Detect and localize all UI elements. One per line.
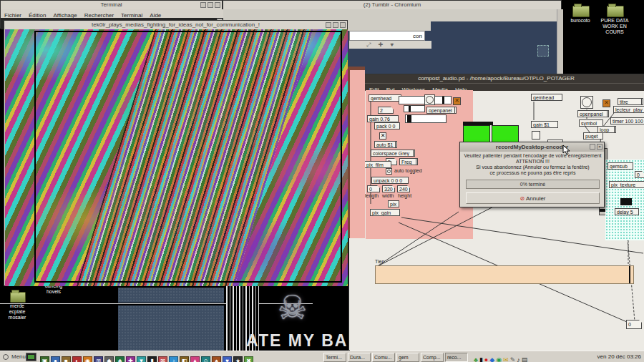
dialog-titlebar[interactable]: recordMyDesktop-encoder ×: [460, 142, 604, 152]
hand-icon[interactable]: ♠: [212, 356, 221, 362]
folder-merde-icon[interactable]: [10, 292, 26, 303]
green-meter-1[interactable]: [463, 125, 490, 143]
pd-number-edge[interactable]: 0: [635, 171, 644, 178]
record-dot-icon[interactable]: ●: [484, 356, 488, 362]
disc-icon[interactable]: ☺: [201, 356, 210, 362]
task-compost[interactable]: Comp...: [421, 353, 444, 362]
pd-hslider-2[interactable]: [404, 105, 425, 112]
taskbar-menu-label[interactable]: Menu: [11, 352, 26, 362]
heart-icon[interactable]: ♥: [391, 41, 394, 48]
pd-object-gemhead-pink[interactable]: gemhead: [369, 94, 401, 102]
task-record[interactable]: reco...: [445, 353, 468, 362]
key-icon[interactable]: ✖: [244, 356, 253, 362]
folder-merde-label[interactable]: merde ecplate mosaler: [1, 303, 33, 321]
firefox-icon[interactable]: ◉: [83, 356, 92, 362]
pd-object-pix-small[interactable]: pix: [388, 200, 399, 207]
mail-icon[interactable]: ✉: [158, 356, 167, 362]
flask-icon[interactable]: ▲: [190, 356, 200, 362]
task-comu[interactable]: Comu...: [372, 353, 395, 362]
pd-object-pix-texture[interactable]: pix_texture: [609, 181, 644, 188]
pd-object-gemhead-right[interactable]: gemhead: [531, 94, 562, 101]
pd-number-height[interactable]: 240: [397, 185, 410, 192]
frog-icon[interactable]: ♣: [474, 356, 478, 362]
clock-icon[interactable]: ◐: [72, 356, 82, 362]
screenshot-tile[interactable]: [26, 353, 36, 361]
pd-object-puget[interactable]: puget: [583, 132, 603, 140]
pd-toggle-orange[interactable]: ✕: [453, 97, 461, 105]
monitor-icon[interactable]: ★: [233, 356, 243, 362]
image-window-titlebar[interactable]: tek0lr_plays_medias_fighting_for_ideas_n…: [4, 21, 347, 29]
folder-puredata-label[interactable]: PURE DATA WORK EN COURS: [595, 18, 635, 35]
fullscreen-icon[interactable]: ⤢: [366, 41, 371, 48]
pd-hslider-3[interactable]: [405, 114, 447, 123]
terminal-min-icon[interactable]: [200, 2, 206, 8]
browser-icon[interactable]: ●: [51, 356, 60, 362]
pd-object-pix-film[interactable]: pix_film: [364, 161, 391, 168]
pd-toggle-right[interactable]: [532, 131, 540, 140]
draw-icon[interactable]: ✚: [126, 356, 135, 362]
pd-message-loop[interactable]: loop: [597, 126, 616, 133]
cancel-button[interactable]: ⊘ Annuler: [466, 192, 600, 204]
pd-number-width[interactable]: 320: [382, 185, 395, 192]
task-gem[interactable]: gem: [396, 353, 419, 362]
image-close-icon[interactable]: [340, 22, 346, 28]
task-dura[interactable]: Dura...: [348, 353, 371, 362]
pd-message-colorspace[interactable]: colorspace Grey: [371, 150, 415, 157]
folder-puredata-icon[interactable]: [607, 6, 624, 17]
gimp-icon[interactable]: ◆: [104, 356, 114, 362]
image-min-icon[interactable]: [326, 22, 331, 28]
pd-object-gain1[interactable]: gain $1: [531, 121, 558, 128]
files-icon[interactable]: ■: [62, 356, 71, 362]
chromium-titlebar[interactable]: (2) Tumblr - Chromium: [223, 1, 561, 9]
screenshot-icon[interactable]: ▣: [40, 356, 49, 362]
add-icon[interactable]: ✚: [379, 41, 384, 48]
keyboard-icon[interactable]: ▤: [522, 356, 528, 362]
show-desktop-icon[interactable]: [3, 354, 9, 360]
shield-green-icon[interactable]: ◉: [496, 356, 502, 362]
folder-burocoto-label[interactable]: burocoto: [565, 18, 596, 24]
dialog-shade-icon[interactable]: [590, 144, 595, 150]
pd-message-openpanel-right[interactable]: openpanel: [577, 110, 609, 117]
pd-bang-big-right[interactable]: [580, 96, 593, 109]
pd-message-freq[interactable]: Freq: [399, 158, 418, 165]
leaf-icon[interactable]: ♣: [115, 356, 125, 362]
pd-object-unpack[interactable]: unpack 0 0 0: [371, 177, 409, 184]
terminal-titlebar[interactable]: Terminal: [1, 1, 222, 9]
shield-blue-icon[interactable]: ◆: [489, 356, 494, 362]
pd-number-length[interactable]: 0: [367, 185, 380, 192]
folder-burocoto-icon[interactable]: [572, 6, 590, 17]
volume-icon[interactable]: ♪: [517, 356, 520, 362]
task-terminal[interactable]: Termi...: [323, 353, 346, 362]
pencil-icon[interactable]: ✎: [510, 356, 516, 362]
pd-object-gemsub[interactable]: gemsub: [608, 162, 633, 170]
cube-icon[interactable]: ◧: [180, 356, 189, 362]
pd-toggle[interactable]: ✕: [379, 132, 386, 140]
pd-message-titre[interactable]: titre: [618, 98, 643, 105]
terminal-max-icon[interactable]: [208, 2, 213, 8]
pd-bang-big-pink[interactable]: [424, 94, 435, 105]
chromium-scrollbar[interactable]: [557, 9, 563, 75]
screen-icon[interactable]: ▮: [479, 356, 483, 362]
camera-icon[interactable]: ▼: [137, 356, 146, 362]
pd-message-auto[interactable]: auto $1: [374, 141, 397, 148]
green-meter-2[interactable]: [492, 125, 519, 143]
terminal-close-icon[interactable]: [215, 2, 220, 8]
terminal-icon[interactable]: ▮: [147, 356, 157, 362]
printer-icon[interactable]: ♥: [223, 356, 232, 362]
pd-object-lecteur[interactable]: lecteur_play: [613, 106, 644, 113]
pd-object-gain[interactable]: gain 0.76: [367, 115, 399, 122]
address-bar[interactable]: con: [349, 31, 425, 41]
dialog-close-icon[interactable]: ×: [597, 144, 602, 150]
black-canvas-object[interactable]: [620, 198, 632, 205]
pd-titlebar[interactable]: compost_audio.pd - /home/apock/Bureau/OT…: [349, 74, 643, 83]
pd-object-pack[interactable]: pack 0 0: [374, 122, 400, 129]
pd-number-box[interactable]: 2: [378, 107, 394, 114]
pd-object-delay[interactable]: delay 5: [615, 208, 639, 215]
pd-number-bottom-right[interactable]: 0: [626, 320, 642, 329]
pd-bang[interactable]: [386, 168, 392, 175]
page-avatar[interactable]: [537, 45, 549, 57]
pd-object-pix-gain[interactable]: pix_gain: [370, 209, 400, 216]
mail-tray-icon[interactable]: ✉: [503, 356, 509, 362]
image-max-icon[interactable]: [333, 22, 338, 28]
array-graph[interactable]: [375, 265, 634, 284]
